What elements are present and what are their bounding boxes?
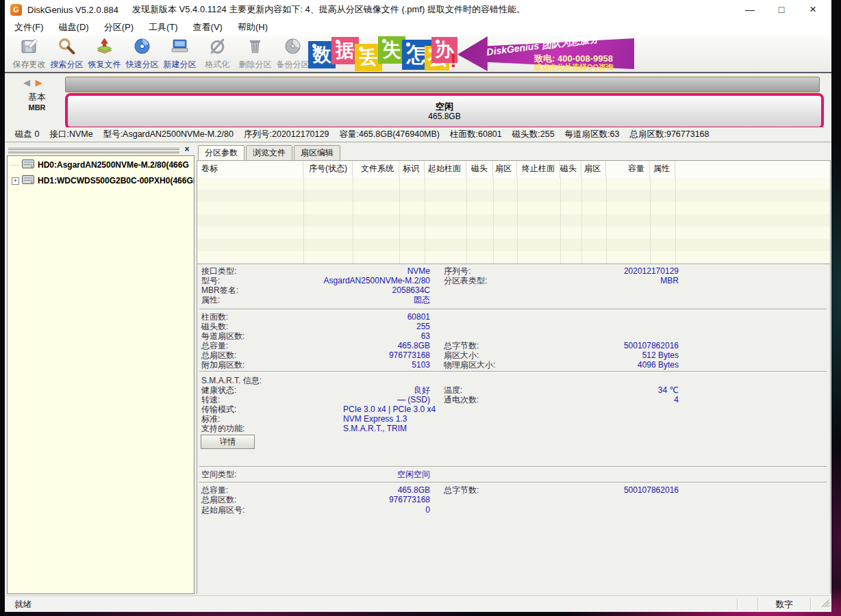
free-space-size: 465.8GB [428,112,460,121]
table-row [197,239,830,251]
partition-table-body[interactable] [197,177,830,264]
panel-grabber[interactable]: × [7,145,194,155]
prev-disk-icon[interactable]: ◀ [23,77,30,88]
tree-item-label: HD0:AsgardAN2500NVMe-M.2/80(466G [38,160,189,170]
grid-line [493,177,494,264]
toolbar: 保存更改 搜索分区 恢复文件 快速分区 新建分区 格式化 删除分区 备份分区 [5,36,831,73]
floppy-save-icon [20,37,38,58]
update-notice: 发现新版本 V5.4.0.1124 主要更新内容如下: 4、提高从分区镜像文件 … [132,3,525,16]
window-controls: — □ × [744,0,819,19]
free-space-label: 空闲 [436,101,453,112]
hard-drive-icon [22,159,34,171]
toolbar-button-label: 保存更改 [13,59,46,70]
grid-line [650,177,651,264]
free-space-block[interactable]: 空闲 465.8GB [65,93,824,129]
detail-row: 磁头数:255 [197,322,830,331]
column-header: 容量 [606,161,650,177]
smart-details-button[interactable]: 详情 [201,435,255,449]
title-bar: G DiskGenius V5.2.0.884 发现新版本 V5.4.0.112… [5,0,831,19]
next-disk-icon[interactable]: ▶ [36,77,42,88]
grid-line [466,177,467,264]
detail-row: 支持的功能:S.M.A.R.T., TRIM [197,424,830,433]
ad-exclamation: ! [448,47,459,75]
disk-info-item: 接口:NVMe [49,129,92,140]
table-row [197,227,830,239]
quick-partition-button[interactable]: 快速分区 [123,37,161,70]
tab-browse-files[interactable]: 浏览文件 [246,145,292,161]
column-header: 磁头 [560,161,581,177]
disk-details: 接口类型:NVMe 序列号:202012170129 型号:AsgardAN25… [197,264,830,594]
grid-line [425,177,425,264]
tab-sector-edit[interactable]: 扇区编辑 [294,145,340,161]
disk-info-item: 磁盘 0 [15,129,39,140]
maximize-button[interactable]: □ [775,0,788,19]
grid-line [517,177,518,264]
detail-row: 型号:AsgardAN2500NVMe-M.2/80 分区表类型:MBR [197,276,830,285]
menu-tools[interactable]: 工具(T) [143,19,184,36]
grid-line [606,177,607,264]
expand-icon[interactable]: + [12,177,19,185]
disk-overview-strip[interactable] [65,77,820,92]
column-header: 扇区 [493,161,517,177]
menu-disk[interactable]: 磁盘(D) [53,19,95,36]
detail-row: 附加扇区数:5103 物理扇区大小:4096 Bytes [197,360,830,370]
tab-bar: 分区参数 浏览文件 扇区编辑 [198,145,342,160]
save-changes-button[interactable]: 保存更改 [10,37,48,70]
detail-row: 属性:固态 [197,295,830,305]
menu-help[interactable]: 帮助(H) [232,19,273,36]
toolbar-button-label: 删除分区 [239,59,272,70]
tab-partition-params[interactable]: 分区参数 [198,145,244,161]
tree-item-hd0[interactable]: HD0:AsgardAN2500NVMe-M.2/80(466G [8,158,194,172]
toolbar-button-label: 格式化 [205,59,230,70]
close-button[interactable]: × [807,0,819,19]
detail-row: 标准:NVM Express 1.3 [197,414,830,424]
detail-row: 总扇区数:976773168 扇区大小:512 Bytes [197,350,830,360]
table-row [197,190,830,202]
disk-info-bar: 磁盘 0 接口:NVMe 型号:AsgardAN2500NVMe-M.2/80 … [5,127,831,142]
table-row [197,214,830,227]
toolbar-button-label: 恢复文件 [88,59,121,70]
detail-row: 接口类型:NVMe 序列号:202012170129 [197,266,830,276]
table-row [197,202,830,214]
grabber-ridge [8,150,179,153]
column-header: 序号(状态) [303,161,353,177]
grid-line [560,177,561,264]
hard-drive-icon [22,175,34,187]
minimize-button[interactable]: — [744,0,756,19]
recover-layers-icon [95,37,114,58]
search-partition-button[interactable]: 搜索分区 [48,37,86,70]
statusbar-separator [810,598,812,610]
column-header: 磁头 [466,161,493,177]
detail-row: 起始扇区号:0 [197,505,830,515]
menu-view[interactable]: 查看(V) [188,19,228,36]
format-button[interactable]: 格式化 [199,37,236,70]
menu-bar: 文件(F) 磁盘(D) 分区(P) 工具(T) 查看(V) 帮助(H) [5,19,831,36]
column-header: 文件系统 [353,161,399,177]
space-type-row: 空间类型:空闲空间 [197,470,830,479]
grid-line [303,177,304,264]
tree-connector [12,165,19,166]
column-header-filler [675,161,830,177]
resize-grip-icon[interactable] [821,598,830,611]
detail-row: 总扇区数:976773168 [197,495,830,504]
numlock-indicator: 数字 [758,599,810,611]
menu-file[interactable]: 文件(F) [9,19,49,36]
detail-panel: 分区参数 浏览文件 扇区编辑 卷标 序号(状态) 文件系统 标识 起始柱面 磁头… [197,144,831,594]
menu-partition[interactable]: 分区(P) [99,19,139,36]
disk-info-item: 型号:AsgardAN2500NVMe-M.2/80 [103,129,234,140]
backup-partition-button[interactable]: 备份分区 [274,37,312,70]
promo-banner[interactable]: 数 据 丢 失 怎 么 办 ! DiskGenius 团队为您服务 致电: 40… [308,36,636,71]
recover-files-button[interactable]: 恢复文件 [86,37,123,70]
toolbar-button-label: 快速分区 [126,59,159,70]
disk-info-item: 每道扇区数:63 [565,129,620,140]
detail-row: 传输模式:PCIe 3.0 x4 | PCIe 3.0 x4 [197,405,830,414]
tree-item-hd1[interactable]: + HD1:WDCWDS500G2B0C-00PXH0(466GB) [8,174,194,188]
delete-partition-button[interactable]: 删除分区 [236,37,274,70]
panel-close-icon[interactable]: × [182,145,192,155]
ad-tile: 失 [378,36,405,64]
status-bar: 就绪 数字 [5,595,831,612]
grid-line [675,177,676,264]
new-partition-button[interactable]: 新建分区 [161,37,199,70]
smart-section-title: S.M.A.R.T. 信息: [197,376,830,385]
ad-qq-link[interactable]: 或点击此处选择QQ咨询 [534,62,614,73]
